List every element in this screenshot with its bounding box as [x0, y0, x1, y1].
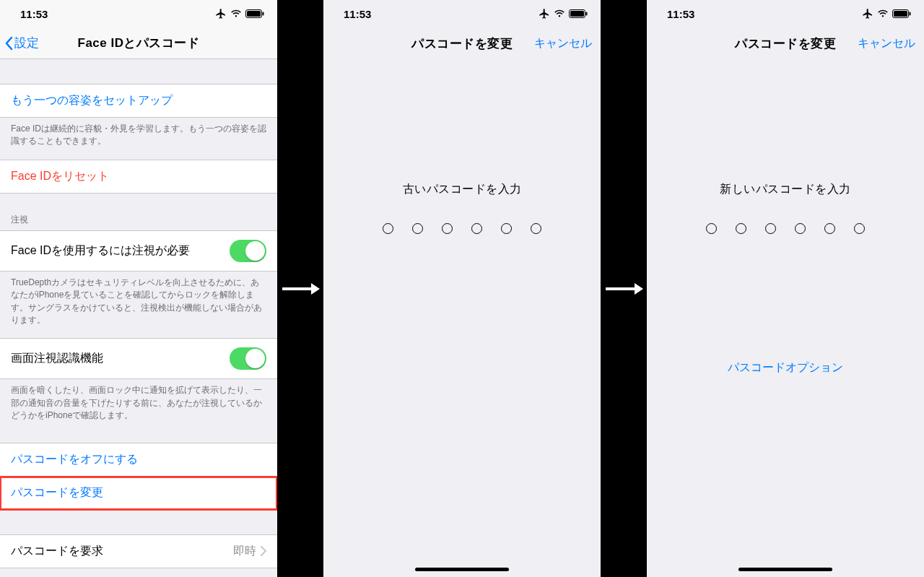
passcode-content: 古いパスコードを入力 [323, 59, 601, 577]
status-bar: 11:53 [0, 0, 277, 27]
screen-new-passcode: 11:53 パスコードを変更 キャンセル 新しいパスコードを入力 [647, 0, 924, 577]
change-passcode-cell[interactable]: パスコードを変更 [0, 477, 277, 510]
screen-faceid-passcode: 11:53 設定 Face IDとパスコード もう一つの容姿をセットアップ Fa… [0, 0, 277, 577]
svg-rect-6 [570, 11, 584, 17]
battery-icon [569, 9, 588, 18]
passcode-dots[interactable] [323, 223, 601, 234]
require-passcode-value: 即時 [233, 544, 266, 559]
status-bar: 11:53 [647, 0, 924, 27]
setup-footer: Face IDは継続的に容貌・外見を学習します。もう一つの容姿を認識することもで… [0, 118, 277, 160]
passcode-prompt: 古いパスコードを入力 [323, 182, 601, 197]
cancel-button[interactable]: キャンセル [858, 36, 915, 51]
status-time: 11:53 [344, 8, 371, 20]
attention-aware-cell[interactable]: 画面注視認識機能 [0, 338, 277, 379]
chevron-right-icon [261, 546, 266, 556]
svg-rect-1 [247, 11, 261, 17]
home-indicator [415, 568, 509, 571]
reset-faceid-label: Face IDをリセット [11, 169, 109, 184]
passcode-prompt: 新しいパスコードを入力 [647, 182, 924, 197]
arrow-right-icon [281, 282, 320, 296]
require-passcode-label: パスコードを要求 [11, 544, 103, 559]
require-attention-toggle[interactable] [230, 240, 266, 262]
require-passcode-cell[interactable]: パスコードを要求 即時 [0, 534, 277, 568]
status-time: 11:53 [20, 8, 48, 20]
nav-bar: パスコードを変更 キャンセル [323, 27, 601, 59]
status-bar: 11:53 [323, 0, 601, 27]
nav-bar: パスコードを変更 キャンセル [647, 27, 924, 59]
turn-off-passcode-cell[interactable]: パスコードをオフにする [0, 443, 277, 477]
svg-rect-2 [263, 12, 264, 16]
status-icons [539, 8, 588, 19]
require-attention-footer: TrueDepthカメラはセキュリティレベルを向上させるために、あなたがiPho… [0, 272, 277, 339]
passcode-content: 新しいパスコードを入力 パスコードオプション [647, 59, 924, 577]
require-attention-label: Face IDを使用するには注視が必要 [11, 243, 190, 259]
svg-rect-12 [910, 12, 911, 16]
wifi-icon [877, 9, 889, 18]
status-icons [215, 8, 264, 19]
airplane-icon [215, 8, 227, 19]
battery-icon [245, 9, 264, 18]
passcode-dot [795, 223, 806, 234]
nav-title: Face IDとパスコード [0, 35, 277, 51]
wifi-icon [554, 9, 565, 18]
passcode-dots[interactable] [647, 223, 924, 234]
passcode-options-button[interactable]: パスコードオプション [647, 360, 924, 376]
passcode-dot [501, 223, 512, 234]
passcode-dot [471, 223, 482, 234]
airplane-icon [862, 8, 873, 19]
status-icons [862, 8, 911, 19]
change-passcode-label: パスコードを変更 [11, 485, 103, 500]
setup-alt-appearance-cell[interactable]: もう一つの容姿をセットアップ [0, 84, 277, 118]
passcode-dot [706, 223, 717, 234]
battery-icon [892, 9, 911, 18]
passcode-dot [736, 223, 746, 234]
passcode-dot [412, 223, 423, 234]
svg-marker-4 [311, 283, 320, 295]
setup-alt-appearance-label: もう一つの容姿をセットアップ [11, 93, 173, 108]
svg-rect-11 [894, 11, 907, 17]
nav-bar: 設定 Face IDとパスコード [0, 27, 277, 59]
reset-faceid-cell[interactable]: Face IDをリセット [0, 160, 277, 194]
home-indicator [738, 568, 832, 571]
passcode-dot [854, 223, 865, 234]
svg-marker-9 [635, 283, 643, 295]
wifi-icon [230, 9, 242, 18]
arrow-right-icon [604, 282, 643, 296]
section-attention-header: 注視 [0, 194, 277, 230]
arrow-1 [277, 0, 323, 577]
settings-list: もう一つの容姿をセットアップ Face IDは継続的に容貌・外見を学習します。も… [0, 59, 277, 577]
attention-aware-footer: 画面を暗くしたり、画面ロック中に通知を拡げて表示したり、一部の通知音の音量を下げ… [0, 379, 277, 433]
passcode-dot [765, 223, 776, 234]
passcode-dot [442, 223, 453, 234]
airplane-icon [539, 8, 550, 19]
screen-old-passcode: 11:53 パスコードを変更 キャンセル 古いパスコードを入力 [323, 0, 601, 577]
passcode-dot [824, 223, 835, 234]
passcode-dot [383, 223, 393, 234]
require-attention-cell[interactable]: Face IDを使用するには注視が必要 [0, 230, 277, 272]
cancel-button[interactable]: キャンセル [534, 36, 592, 51]
attention-aware-label: 画面注視認識機能 [11, 351, 103, 366]
attention-aware-toggle[interactable] [230, 347, 266, 370]
status-time: 11:53 [667, 8, 694, 20]
arrow-2 [601, 0, 647, 577]
turn-off-passcode-label: パスコードをオフにする [11, 452, 138, 467]
passcode-dot [531, 223, 541, 234]
svg-rect-7 [586, 12, 588, 16]
